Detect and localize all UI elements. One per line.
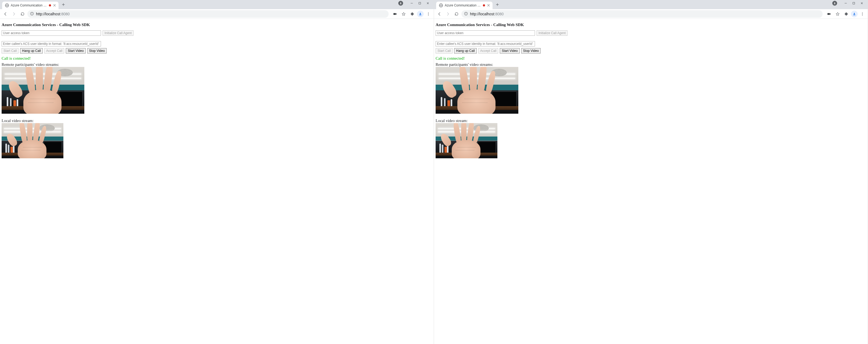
remote-video-stream xyxy=(2,67,84,114)
call-status-text: Call is connected! xyxy=(436,56,866,61)
browser-toolbar: http://localhost:8080 xyxy=(0,9,434,19)
window-close-button[interactable] xyxy=(858,1,866,6)
extensions-icon[interactable] xyxy=(842,10,850,18)
svg-rect-23 xyxy=(828,13,830,15)
bookmark-star-icon[interactable] xyxy=(834,10,841,18)
callee-identity-input[interactable] xyxy=(436,41,535,47)
tab-title: Azure Communication Servic xyxy=(445,3,481,7)
address-bar[interactable]: http://localhost:8080 xyxy=(461,10,823,18)
remote-streams-label: Remote participants' video streams: xyxy=(2,62,432,67)
browser-window-right: Azure Communication Servic http://localh… xyxy=(434,0,868,344)
browser-menu-button[interactable] xyxy=(859,10,866,18)
svg-point-12 xyxy=(428,13,429,14)
camera-indicator-icon[interactable] xyxy=(391,10,399,18)
tab-strip: Azure Communication Servic xyxy=(434,0,868,9)
callee-identity-input[interactable] xyxy=(2,41,101,47)
recording-indicator-icon xyxy=(49,4,51,6)
local-video-stream xyxy=(2,123,63,158)
svg-rect-19 xyxy=(853,2,855,4)
svg-rect-22 xyxy=(466,13,466,15)
nav-back-button[interactable] xyxy=(2,10,9,18)
hang-up-call-button[interactable]: Hang up Call xyxy=(454,48,476,54)
window-close-button[interactable] xyxy=(424,1,432,6)
page-title: Azure Communication Services - Calling W… xyxy=(2,23,432,27)
accept-call-button[interactable]: Accept Call xyxy=(44,48,64,54)
start-video-button[interactable]: Start Video xyxy=(500,48,519,54)
svg-point-13 xyxy=(428,15,429,15)
svg-rect-5 xyxy=(419,2,421,4)
camera-indicator-icon[interactable] xyxy=(825,10,833,18)
new-tab-button[interactable] xyxy=(60,1,67,8)
bookmark-star-icon[interactable] xyxy=(400,10,407,18)
svg-point-24 xyxy=(854,12,855,14)
start-call-button[interactable]: Start Call xyxy=(436,48,453,54)
svg-point-25 xyxy=(862,12,863,13)
start-video-button[interactable]: Start Video xyxy=(66,48,85,54)
start-call-button[interactable]: Start Call xyxy=(2,48,19,54)
page-title: Azure Communication Services - Calling W… xyxy=(436,23,866,27)
globe-icon xyxy=(5,3,9,7)
window-controls xyxy=(398,0,432,6)
svg-point-26 xyxy=(862,13,863,14)
site-info-icon[interactable] xyxy=(464,12,468,16)
local-stream-label: Local video stream: xyxy=(436,118,866,123)
user-access-token-input[interactable] xyxy=(436,30,535,36)
accept-call-button[interactable]: Accept Call xyxy=(478,48,498,54)
svg-rect-8 xyxy=(32,13,32,15)
svg-point-21 xyxy=(466,12,466,13)
svg-rect-9 xyxy=(394,13,396,15)
site-info-icon[interactable] xyxy=(30,12,34,16)
browser-toolbar: http://localhost:8080 xyxy=(434,9,868,19)
stop-video-button[interactable]: Stop Video xyxy=(87,48,107,54)
nav-reload-button[interactable] xyxy=(19,10,26,18)
nav-back-button[interactable] xyxy=(436,10,443,18)
globe-icon xyxy=(439,3,443,7)
initialize-call-agent-button[interactable]: Initialize Call Agent xyxy=(536,30,567,36)
svg-point-11 xyxy=(428,12,429,13)
call-status-text: Call is connected! xyxy=(2,56,432,61)
profile-avatar-button[interactable] xyxy=(417,11,424,17)
nav-reload-button[interactable] xyxy=(453,10,460,18)
url-text: http://localhost:8080 xyxy=(470,12,503,16)
tab-close-button[interactable] xyxy=(53,3,56,7)
browser-tab[interactable]: Azure Communication Servic xyxy=(436,2,493,9)
nav-forward-button[interactable] xyxy=(444,10,452,18)
tab-title: Azure Communication Servic xyxy=(11,3,47,7)
browser-window-left: Azure Communication Servic http://localh… xyxy=(0,0,434,344)
account-shield-icon[interactable] xyxy=(832,1,837,6)
window-minimize-button[interactable] xyxy=(842,1,849,6)
stop-video-button[interactable]: Stop Video xyxy=(521,48,541,54)
user-access-token-input[interactable] xyxy=(2,30,101,36)
browser-tab[interactable]: Azure Communication Servic xyxy=(2,2,59,9)
svg-point-27 xyxy=(862,15,863,15)
tab-close-button[interactable] xyxy=(487,3,490,7)
new-tab-button[interactable] xyxy=(494,1,501,8)
recording-indicator-icon xyxy=(483,4,485,6)
profile-avatar-button[interactable] xyxy=(851,11,858,17)
window-controls xyxy=(832,0,866,6)
browser-menu-button[interactable] xyxy=(425,10,432,18)
svg-point-7 xyxy=(32,12,32,13)
window-maximize-button[interactable] xyxy=(416,1,424,6)
nav-forward-button[interactable] xyxy=(10,10,18,18)
tab-strip: Azure Communication Servic xyxy=(0,0,434,9)
local-video-stream xyxy=(436,123,497,158)
page-content: Azure Communication Services - Calling W… xyxy=(0,19,434,344)
svg-point-10 xyxy=(420,12,421,14)
remote-video-stream xyxy=(436,67,518,114)
window-minimize-button[interactable] xyxy=(408,1,415,6)
svg-point-17 xyxy=(834,2,835,3)
initialize-call-agent-button[interactable]: Initialize Call Agent xyxy=(102,30,133,36)
svg-point-3 xyxy=(400,2,401,3)
address-bar[interactable]: http://localhost:8080 xyxy=(27,10,389,18)
remote-streams-label: Remote participants' video streams: xyxy=(436,62,866,67)
window-maximize-button[interactable] xyxy=(850,1,858,6)
hang-up-call-button[interactable]: Hang up Call xyxy=(20,48,42,54)
extensions-icon[interactable] xyxy=(408,10,416,18)
url-text: http://localhost:8080 xyxy=(36,12,69,16)
local-stream-label: Local video stream: xyxy=(2,118,432,123)
account-shield-icon[interactable] xyxy=(398,1,403,6)
page-content: Azure Communication Services - Calling W… xyxy=(434,19,868,344)
